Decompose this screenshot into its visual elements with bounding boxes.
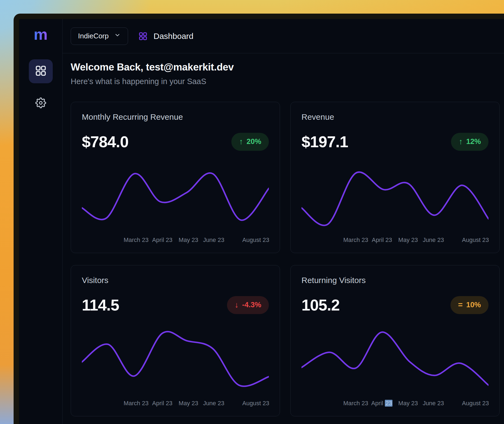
metric-card-mrr: Monthly Recurring Revenue $784.0 ↑ 20% M… xyxy=(71,102,280,253)
card-title: Returning Visitors xyxy=(301,276,489,285)
welcome-subtitle: Here's what is happening in your SaaS xyxy=(71,77,500,86)
line-chart-mrr xyxy=(82,161,269,230)
selected-text: 23 xyxy=(385,400,393,407)
x-axis: March 23 April 23 May 23 June 23 August … xyxy=(301,400,489,408)
chart-area: March 23 April 23 May 23 June 23 August … xyxy=(301,151,489,245)
chevron-down-icon xyxy=(114,32,121,40)
line-chart-visitors xyxy=(82,325,269,393)
top-bar: IndieCorp Dashboard xyxy=(63,19,504,53)
trend-change: 12% xyxy=(466,137,481,146)
x-tick: August 23 xyxy=(462,236,489,244)
trend-badge: ↑ 12% xyxy=(451,133,489,151)
metric-card-revenue: Revenue $197.1 ↑ 12% March 23 April 23 xyxy=(290,102,500,253)
grid-icon xyxy=(138,32,148,41)
trend-change: -4.3% xyxy=(242,301,261,309)
sidebar: m xyxy=(19,19,63,424)
card-title: Visitors xyxy=(82,276,269,285)
x-tick: August 23 xyxy=(242,400,269,407)
trend-badge: ↓ -4.3% xyxy=(227,296,269,314)
x-tick: May 23 xyxy=(179,236,198,244)
breadcrumb: Dashboard xyxy=(138,32,194,41)
trend-up-icon: ↑ xyxy=(459,137,463,146)
x-tick: August 23 xyxy=(242,236,269,244)
x-tick: April 23 xyxy=(371,400,393,407)
team-selector-button[interactable]: IndieCorp xyxy=(71,27,128,45)
metric-value: $784.0 xyxy=(82,133,128,151)
x-axis: March 23 April 23 May 23 June 23 August … xyxy=(301,236,489,245)
x-tick: March 23 xyxy=(124,236,149,244)
x-tick: April 23 xyxy=(372,236,392,244)
sidebar-item-settings[interactable] xyxy=(29,91,53,115)
metric-value: $197.1 xyxy=(301,133,348,151)
x-tick: April 23 xyxy=(152,236,173,244)
x-tick: May 23 xyxy=(398,400,418,407)
x-tick: June 23 xyxy=(203,236,224,244)
trend-up-icon: ↑ xyxy=(239,137,243,146)
metric-card-returning-visitors: Returning Visitors 105.2 = 10% March 23 … xyxy=(290,265,500,416)
chart-area: March 23 April 23 May 23 June 23 August … xyxy=(82,314,269,408)
trend-badge: = 10% xyxy=(450,296,489,314)
team-selector-label: IndieCorp xyxy=(78,32,109,40)
dashboard-content: Welcome Back, test@makerkit.dev Here's w… xyxy=(63,53,504,424)
x-tick: March 23 xyxy=(343,236,368,244)
trend-change: 10% xyxy=(466,301,481,309)
metric-value: 105.2 xyxy=(301,296,340,314)
welcome-heading: Welcome Back, test@makerkit.dev xyxy=(71,62,500,73)
x-tick: March 23 xyxy=(343,400,368,407)
app-window: m IndieCorp xyxy=(14,14,504,424)
trend-badge: ↑ 20% xyxy=(231,133,269,151)
trend-down-icon: ↓ xyxy=(235,300,239,309)
x-tick: August 23 xyxy=(462,400,489,407)
metric-value: 114.5 xyxy=(82,296,119,314)
x-axis: March 23 April 23 May 23 June 23 August … xyxy=(82,400,269,408)
x-tick: April 23 xyxy=(152,400,173,407)
chart-area: March 23 April 23 May 23 June 23 August … xyxy=(82,151,269,245)
page-title: Dashboard xyxy=(154,32,194,41)
desktop: { "theme": { "accent_purple": "#7438ea",… xyxy=(0,0,504,424)
x-tick: June 23 xyxy=(423,400,444,407)
x-tick: June 23 xyxy=(423,236,444,244)
metric-card-visitors: Visitors 114.5 ↓ -4.3% March 23 April 23 xyxy=(71,265,280,416)
grid-icon xyxy=(35,65,47,78)
card-title: Revenue xyxy=(301,112,489,122)
x-tick: May 23 xyxy=(179,400,198,407)
card-title: Monthly Recurring Revenue xyxy=(82,112,269,122)
line-chart-returning-visitors xyxy=(301,325,489,393)
gear-icon xyxy=(35,97,46,109)
x-axis: March 23 April 23 May 23 June 23 August … xyxy=(82,236,269,245)
line-chart-revenue xyxy=(301,161,489,230)
x-tick: May 23 xyxy=(398,236,418,244)
x-tick: March 23 xyxy=(124,400,149,407)
main-column: IndieCorp Dashboard Welcome Back, test@m… xyxy=(63,19,504,424)
x-tick: June 23 xyxy=(203,400,224,407)
chart-area: March 23 April 23 May 23 June 23 August … xyxy=(301,314,489,408)
trend-flat-icon: = xyxy=(458,300,463,309)
makerkit-logo: m xyxy=(34,26,48,43)
metrics-grid: Monthly Recurring Revenue $784.0 ↑ 20% M… xyxy=(71,102,500,416)
sidebar-item-dashboard[interactable] xyxy=(29,59,53,83)
trend-change: 20% xyxy=(247,137,261,146)
